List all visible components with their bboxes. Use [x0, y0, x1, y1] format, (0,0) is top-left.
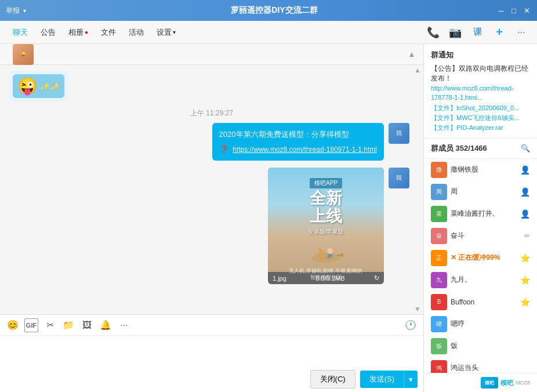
member-item[interactable]: 撒 撒钢铁股 👤 — [424, 159, 537, 181]
menu-album[interactable]: 相册 ● — [63, 24, 94, 41]
clock-button[interactable]: 🕐 — [404, 318, 418, 332]
video-icon-btn[interactable]: 📷 — [447, 24, 464, 41]
member-role-icon: 👤 — [520, 187, 530, 197]
sticker-message: 😜 ✨✨ — [9, 71, 414, 101]
member-avatar: 嗯 — [431, 316, 447, 332]
member-name: 饭 — [451, 341, 530, 351]
self-avatar: 我 — [389, 123, 409, 144]
star-icon: ⭐ — [520, 275, 530, 285]
chat-scroll-up[interactable]: ▲ — [406, 49, 418, 60]
member-item[interactable]: 鸿 鸿运当头 — [424, 357, 537, 373]
member-name: 撒钢铁股 — [451, 165, 517, 175]
member-avatar: 菜 — [431, 206, 447, 222]
svg-marker-3 — [317, 246, 324, 252]
class-icon-btn[interactable]: 课 — [469, 24, 486, 41]
member-name-buffoon: Buffoon — [451, 298, 517, 306]
member-buffoon[interactable]: B Buffoon ⭐ — [424, 291, 537, 313]
bell-button[interactable]: 🔔 — [99, 318, 113, 332]
messages-area: ▲ 😜 ✨✨ 上午 11:29:27 我 2020年第六期免费送模型：分享得模型 — [0, 65, 423, 314]
member-item[interactable]: 嗯 嗯哼 — [424, 313, 537, 335]
edit-icon: ✏ — [524, 232, 530, 240]
menu-settings[interactable]: 设置 ▾ — [151, 24, 182, 41]
sticker-content: 😜 ✨✨ — [13, 74, 64, 98]
sub-text: 安卓版/苹果版 — [308, 228, 344, 236]
menu-notice[interactable]: 公告 — [35, 24, 61, 41]
menu-chat[interactable]: 聊天 — [7, 24, 34, 41]
add-icon-btn[interactable]: + — [491, 24, 508, 41]
gif-button[interactable]: GIF — [24, 318, 38, 332]
send-button[interactable]: 发送(S) — [360, 371, 404, 388]
logo-icon: 模吧 — [481, 377, 498, 389]
sticker-bubble: 😜 ✨✨ — [9, 71, 68, 101]
image-bubble[interactable]: 模吧APP 全新上线 安卓版/苹果版 — [268, 168, 384, 284]
more-toolbar-button[interactable]: ··· — [117, 318, 131, 332]
scroll-down-btn[interactable]: ▼ — [414, 305, 421, 313]
report-dropdown-icon[interactable]: ▾ — [23, 8, 26, 14]
group-notice-title: 群通知 — [431, 50, 530, 60]
file-item-3[interactable]: 【文件】PID-Analyzer.rar — [431, 124, 530, 132]
chat-header: 😜 ▲ — [0, 44, 423, 65]
file-item-2[interactable]: 【文件】MWC飞控迷你6轴实... — [431, 114, 530, 122]
input-area: 😊 GIF ✂ 📁 🖼 🔔 ··· 🕐 关闭(C) 发送(S) ▾ — [0, 314, 423, 392]
input-buttons: 关闭(C) 发送(S) ▾ — [0, 366, 423, 392]
member-avatar-buffoon: B — [431, 294, 447, 310]
notice-link[interactable]: http://www.moz8.com/thread-178778-1-1.ht… — [431, 84, 530, 103]
file-item-1[interactable]: 【文件】InShot_20200609_0... — [431, 104, 530, 112]
input-toolbar: 😊 GIF ✂ 📁 🖼 🔔 ··· 🕐 — [0, 315, 423, 336]
member-list: 群成员 352/1466 🔍 撒 撒钢铁股 👤 周 周 👤 菜 菜峰油酱打井, … — [424, 139, 537, 373]
notice-main-text: 【公告】双路双向电调教程已经发布！ — [431, 64, 530, 84]
image-content: 模吧APP 全新上线 安卓版/苹果版 — [268, 168, 384, 272]
member-name: 菜峰油酱打井, — [451, 209, 517, 219]
member-avatar: 奋 — [431, 228, 447, 244]
right-panel: 群通知 【公告】双路双向电调教程已经发布！ http://www.moz8.co… — [424, 44, 537, 392]
member-avatar: 撒 — [431, 162, 447, 178]
member-name: 九月。 — [451, 275, 517, 285]
notice-content: 【公告】双路双向电调教程已经发布！ http://www.moz8.com/th… — [431, 64, 530, 103]
member-role-icon: 👤 — [520, 209, 530, 219]
report-link[interactable]: 举报 — [6, 6, 20, 16]
folder-button[interactable]: 📁 — [61, 318, 75, 332]
emoji-button[interactable]: 😊 — [6, 318, 20, 332]
toolbar-right: 🕐 — [404, 318, 418, 332]
menu-file[interactable]: 文件 — [95, 24, 122, 41]
menu-bar: 聊天 公告 相册 ● 文件 活动 设置 ▾ 📞 📷 课 + ··· — [0, 21, 537, 44]
member-item[interactable]: 菜 菜峰油酱打井, 👤 — [424, 203, 537, 225]
member-name: 奋斗 — [451, 231, 521, 241]
logo-text: 模吧 — [500, 379, 513, 387]
send-dropdown-button[interactable]: ▾ — [404, 371, 418, 388]
window-title: 萝丽遥控器DIY交流二群 — [52, 5, 496, 16]
phone-icon-btn[interactable]: 📞 — [424, 24, 442, 41]
member-count: 群成员 352/1466 — [431, 143, 487, 154]
member-item[interactable]: 正 ✕ 正在缓冲99% ⭐ — [424, 247, 537, 269]
logo-container: 模吧 模吧 MOZ8 — [481, 377, 530, 389]
member-item[interactable]: 饭 饭 — [424, 335, 537, 357]
maximize-button[interactable]: □ — [509, 6, 518, 15]
member-name: 鸿运当头 — [451, 363, 530, 373]
member-name: 嗯哼 — [451, 319, 530, 329]
svg-point-5 — [327, 248, 333, 254]
text-message-row: 我 2020年第六期免费送模型：分享得模型 ❓ https://www.moz8… — [9, 123, 414, 161]
member-search-button[interactable]: 🔍 — [521, 144, 530, 153]
member-avatar: 鸿 — [431, 360, 447, 373]
message-input[interactable] — [0, 336, 423, 365]
close-button[interactable]: ✕ — [522, 6, 531, 15]
image-message-row: 我 模吧APP 全新上线 安卓版/苹果版 — [9, 168, 414, 284]
scroll-up-btn[interactable]: ▲ — [414, 66, 421, 74]
plane-svg — [306, 241, 346, 267]
header-avatar: 😜 — [13, 44, 34, 65]
self-avatar-2: 我 — [389, 168, 409, 188]
member-item[interactable]: 奋 奋斗 ✏ — [424, 225, 537, 247]
more-icon-btn[interactable]: ··· — [513, 24, 530, 41]
member-item[interactable]: 周 周 👤 — [424, 181, 537, 203]
desc-text: 无人机,穿越机,航模,车模,船模的智能模型社区 — [289, 268, 362, 281]
image-button[interactable]: 🖼 — [80, 318, 94, 332]
send-btn-group: 发送(S) ▾ — [360, 371, 418, 388]
scissors-button[interactable]: ✂ — [43, 318, 57, 332]
close-button-input[interactable]: 关闭(C) — [310, 370, 355, 389]
member-role-icon: 👤 — [520, 165, 530, 175]
member-item[interactable]: 九 九月。 ⭐ — [424, 269, 537, 291]
menu-activity[interactable]: 活动 — [123, 24, 150, 41]
bubble-link[interactable]: https://www.moz8.com/thread-180971-1-1.h… — [233, 146, 377, 154]
group-notice: 群通知 【公告】双路双向电调教程已经发布！ http://www.moz8.co… — [424, 44, 537, 139]
minimize-button[interactable]: ─ — [496, 6, 506, 15]
